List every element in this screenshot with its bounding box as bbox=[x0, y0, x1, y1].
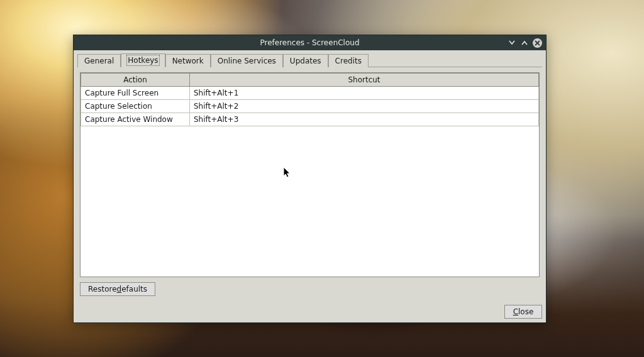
close-button[interactable]: Close bbox=[504, 305, 542, 319]
window-title: Preferences - ScreenCloud bbox=[260, 38, 359, 47]
preferences-window: Preferences - ScreenCloud General Hotkey… bbox=[73, 35, 547, 323]
maximize-icon[interactable] bbox=[520, 38, 529, 47]
dialog-button-row: Close bbox=[77, 299, 542, 319]
titlebar[interactable]: Preferences - ScreenCloud bbox=[74, 35, 546, 50]
tab-online-services[interactable]: Online Services bbox=[211, 54, 283, 67]
window-body: General Hotkeys Network Online Services … bbox=[74, 50, 546, 322]
tab-updates[interactable]: Updates bbox=[283, 54, 328, 67]
cell-action: Capture Active Window bbox=[81, 113, 190, 126]
button-label-suffix: efaults bbox=[121, 285, 147, 294]
close-icon[interactable] bbox=[533, 38, 542, 48]
button-label-suffix: lose bbox=[518, 307, 533, 316]
table-row[interactable]: Capture Full Screen Shift+Alt+1 bbox=[81, 87, 539, 100]
hotkeys-table: Action Shortcut Capture Full Screen Shif… bbox=[80, 72, 540, 277]
button-label-ul: d bbox=[117, 285, 122, 294]
cell-action: Capture Full Screen bbox=[81, 87, 190, 100]
table-header-row: Action Shortcut bbox=[81, 74, 539, 87]
below-table-controls: Restore defaults bbox=[80, 282, 540, 296]
restore-defaults-button[interactable]: Restore defaults bbox=[80, 282, 155, 296]
col-header-shortcut[interactable]: Shortcut bbox=[190, 74, 539, 87]
button-label-ul: C bbox=[513, 307, 518, 316]
col-header-action[interactable]: Action bbox=[81, 74, 190, 87]
tab-page-hotkeys: Action Shortcut Capture Full Screen Shif… bbox=[77, 67, 542, 299]
cell-shortcut: Shift+Alt+3 bbox=[190, 113, 539, 126]
tab-general[interactable]: General bbox=[77, 54, 121, 67]
table-row[interactable]: Capture Selection Shift+Alt+2 bbox=[81, 100, 539, 113]
cell-action: Capture Selection bbox=[81, 100, 190, 113]
cell-shortcut: Shift+Alt+2 bbox=[190, 100, 539, 113]
table-empty-area bbox=[80, 126, 539, 277]
cell-shortcut: Shift+Alt+1 bbox=[190, 87, 539, 100]
table-row[interactable]: Capture Active Window Shift+Alt+3 bbox=[81, 113, 539, 126]
minimize-icon[interactable] bbox=[508, 38, 516, 47]
tab-bar: General Hotkeys Network Online Services … bbox=[77, 53, 542, 67]
tab-hotkeys[interactable]: Hotkeys bbox=[121, 53, 165, 67]
titlebar-buttons bbox=[508, 35, 542, 50]
button-label-prefix: Restore bbox=[88, 285, 117, 294]
tab-credits[interactable]: Credits bbox=[328, 54, 369, 67]
tab-network[interactable]: Network bbox=[165, 54, 211, 67]
